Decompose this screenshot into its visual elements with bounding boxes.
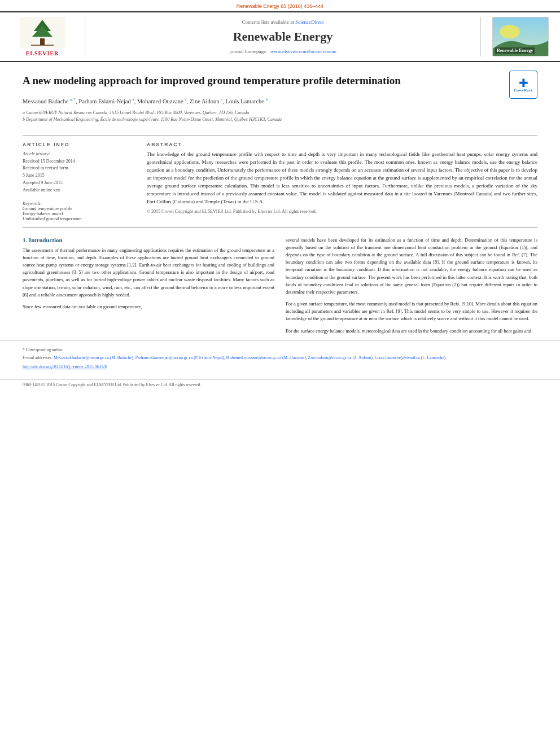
intro-paragraph-2: Since few measured data are available on…	[23, 303, 274, 311]
svg-point-6	[500, 25, 520, 38]
svg-rect-1	[40, 38, 45, 45]
paper-title: A new modeling approach for improved gro…	[23, 73, 537, 89]
journal-header-center: Contents lists available at ScienceDirec…	[85, 17, 481, 56]
crossmark-label: CrossMark	[514, 89, 533, 92]
elsevier-wordmark: ELSEVIER	[26, 50, 59, 56]
authors-line: Messaoud Badache a, *, Parham Eslami-Nej…	[23, 97, 537, 106]
paper-section: ✚ CrossMark A new modeling approach for …	[0, 62, 560, 136]
doi-line[interactable]: http://dx.doi.org/10.1016/j.renene.2015.…	[23, 364, 537, 369]
keyword-2: Energy balance model	[23, 211, 135, 216]
body-two-col: 1. Introduction The assessment of therma…	[23, 237, 537, 335]
intro-section-title: 1. Introduction	[23, 237, 274, 243]
contents-text: Contents lists available at	[242, 19, 294, 25]
keyword-1: Ground temperature profile	[23, 206, 135, 211]
body-right-column: several models have been developed for i…	[286, 237, 537, 335]
section-title-text: Introduction	[29, 237, 63, 243]
body-section: 1. Introduction The assessment of therma…	[0, 228, 560, 335]
abstract-text: The knowledge of the ground temperature …	[147, 151, 537, 206]
accepted-date: Accepted 9 June 2015	[23, 180, 63, 185]
crossmark-cross-icon: ✚	[519, 77, 528, 89]
keyword-3: Undisturbed ground temperature	[23, 216, 135, 221]
revised-label: Received in revised form	[23, 165, 68, 171]
affiliation-b: b Department of Mechanical Engineering, …	[23, 117, 282, 122]
body-left-column: 1. Introduction The assessment of therma…	[23, 237, 274, 335]
revised-date: 5 June 2015	[23, 173, 45, 178]
article-info-header: ARTICLE INFO	[23, 142, 135, 147]
journal-header: ELSEVIER Contents lists available at Sci…	[0, 11, 560, 62]
intro-right-paragraph-3: For the surface energy balance models, m…	[286, 327, 537, 335]
keywords-block: Keywords: Ground temperature profile Ene…	[23, 200, 135, 221]
corresponding-author-note: * Corresponding author.	[23, 347, 537, 353]
homepage-text: journal homepage:	[229, 49, 267, 54]
contents-line: Contents lists available at ScienceDirec…	[242, 19, 324, 25]
email-line: E-mail addresses: Messaoud.badache@nrcan…	[23, 355, 537, 361]
received-date: Received 15 December 2014	[23, 159, 75, 164]
email-label: E-mail addresses:	[23, 355, 53, 360]
affiliations: a CanmetENERGY Natural Resources Canada,…	[23, 110, 537, 123]
elsevier-tree-icon	[20, 17, 65, 48]
abstract-header: ABSTRACT	[147, 142, 537, 147]
intro-paragraph-1: The assessment of thermal performance in…	[23, 247, 274, 299]
journal-reference-bar: Renewable Energy 85 (2016) 436–444	[0, 0, 560, 11]
doi-link[interactable]: http://dx.doi.org/10.1016/j.renene.2015.…	[23, 364, 107, 369]
abstract-column: ABSTRACT The knowledge of the ground tem…	[147, 142, 537, 221]
re-logo-text: Renewable Energy	[495, 47, 535, 54]
history-label: Article history:	[23, 151, 50, 156]
journal-logo-right: Renewable Energy	[487, 17, 554, 56]
corresponding-label: * Corresponding author.	[23, 347, 64, 352]
sciencedirect-link[interactable]: ScienceDirect	[295, 19, 323, 25]
keywords-label: Keywords:	[23, 201, 42, 206]
available-online: Available online xxx	[23, 187, 60, 193]
affiliation-a: a CanmetENERGY Natural Resources Canada,…	[23, 110, 249, 115]
article-info-abstract: ARTICLE INFO Article history: Received 1…	[0, 136, 560, 227]
crossmark-badge[interactable]: ✚ CrossMark	[509, 71, 537, 99]
bottom-bar: 0960-1481/© 2015 Crown Copyright and ELS…	[0, 379, 560, 390]
email-addresses[interactable]: Messaoud.badache@nrcan.gc.ca (M. Badache…	[54, 355, 447, 360]
intro-right-paragraph-1: several models have been developed for i…	[286, 237, 537, 296]
article-info-block: Article history: Received 15 December 20…	[23, 151, 135, 194]
re-logo-box: Renewable Energy	[492, 17, 549, 56]
footnotes-section: * Corresponding author. E-mail addresses…	[0, 340, 560, 375]
article-info-column: ARTICLE INFO Article history: Received 1…	[23, 142, 135, 221]
section-num: 1.	[23, 237, 27, 243]
homepage-link[interactable]: www.elsevier.com/locate/renene	[270, 49, 336, 54]
homepage-line: journal homepage: www.elsevier.com/locat…	[229, 49, 336, 54]
elsevier-logo-block: ELSEVIER	[6, 17, 79, 56]
intro-right-paragraph-2: For a given surface temperature, the mos…	[286, 300, 537, 323]
bottom-copyright: 0960-1481/© 2015 Crown Copyright and ELS…	[23, 382, 202, 387]
journal-title-header: Renewable Energy	[233, 29, 333, 44]
copyright-line: © 2015 Crown Copyright and ELSEVIER Ltd.…	[147, 209, 537, 214]
journal-ref-text: Renewable Energy 85 (2016) 436–444	[237, 3, 324, 9]
